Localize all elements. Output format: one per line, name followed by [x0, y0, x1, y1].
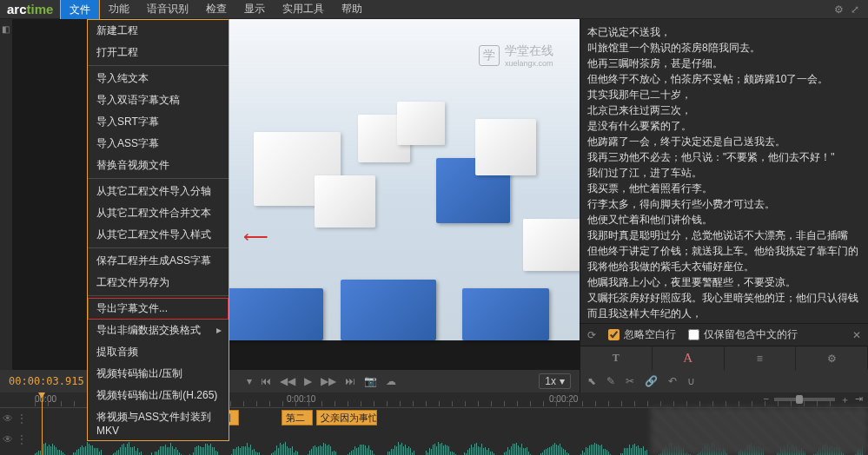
transcript-line[interactable]: 他嘱我路上小心，夜里要警醒些，不要受凉。 — [587, 274, 861, 290]
transcript-line[interactable]: 又嘱托茶房好好照应我。我心里暗笑他的迂；他们只认得钱 — [587, 290, 861, 306]
transcript-pane: 本已说定不送我，叫旅馆里一个熟识的茶房8陪我同去。他再三嘱咐茶房，甚是仔细。但他… — [580, 19, 868, 370]
zoom-slider[interactable] — [774, 398, 835, 401]
transcript-line[interactable]: 他便又忙着和他们讲价钱。 — [587, 212, 861, 228]
checkbox-keep-chinese[interactable]: 仅保留包含中文的行 — [688, 327, 798, 342]
refresh-icon[interactable]: ⟳ — [587, 329, 596, 341]
dropdown-item[interactable]: 新建工程 — [88, 20, 229, 42]
dropdown-item[interactable]: 将视频与ASS文件封装到MKV — [88, 406, 229, 440]
rewind-icon[interactable]: ◀◀ — [280, 375, 295, 387]
dropdown-item[interactable]: 替换音视频文件 — [88, 155, 229, 176]
skip-fwd-icon[interactable]: ⏭ — [345, 375, 355, 387]
transcript-line[interactable]: 我买票，他忙着照看行李。 — [587, 181, 861, 196]
zoom-end-icon[interactable]: ⇥ — [855, 393, 863, 406]
edit-toolbar: ⬉ ✎ ✂ 🔗 ↶ ∪ — [580, 370, 868, 392]
menu-tools[interactable]: 实用工具 — [274, 0, 333, 20]
dropdown-item[interactable]: 导出非编数据交换格式▸ — [88, 320, 229, 341]
transcript-line[interactable]: 我们过了江，进了车站。 — [587, 165, 861, 181]
transcript-line[interactable]: 我将他给我做的紫毛大衣铺好座位。 — [587, 259, 861, 274]
chevron-down-icon: ▾ — [560, 375, 565, 387]
play-icon[interactable]: ▶ — [304, 375, 312, 387]
transcript-line[interactable]: 是没有什么要紧的了。 — [587, 118, 861, 134]
timecode: 00:00:03.915 — [9, 375, 84, 387]
menu-voice[interactable]: 语音识别 — [138, 0, 197, 20]
transcript-line[interactable]: 本已说定不送我， — [587, 24, 861, 40]
tab-font[interactable]: A — [653, 346, 725, 370]
cut-icon[interactable]: ✂ — [626, 375, 634, 387]
top-bar: arctime 文件 功能 语音识别 检查 显示 实用工具 帮助 ⚙ ⤢ — [0, 0, 868, 19]
transcript-line[interactable]: 他踌躇了一会，终于决定还是自己送我去。 — [587, 134, 861, 149]
app-logo: arctime — [0, 2, 60, 16]
link-icon[interactable]: 🔗 — [645, 375, 658, 387]
transcript-line[interactable]: 其实我那年已二十岁， — [587, 87, 861, 102]
transcript-line[interactable]: 但他终于不放心，怕茶房不妥帖；颇踌躇10了一会。 — [587, 71, 861, 87]
dropdown-item[interactable]: 视频转码输出/压制(H.265) — [88, 385, 229, 406]
transcript[interactable]: 本已说定不送我，叫旅馆里一个熟识的茶房8陪我同去。他再三嘱咐茶房，甚是仔细。但他… — [580, 19, 868, 323]
dropdown-item[interactable]: 导入双语字幕文稿 — [88, 89, 229, 111]
playhead[interactable] — [42, 392, 43, 455]
file-dropdown: 新建工程打开工程导入纯文本导入双语字幕文稿导入SRT字幕导入ASS字幕替换音视频… — [87, 19, 229, 441]
undo-icon[interactable]: ↶ — [668, 375, 677, 387]
dropdown-item[interactable]: 导入纯文本 — [88, 68, 229, 89]
tab-text[interactable]: T — [580, 346, 653, 370]
magnet-icon[interactable]: ∪ — [687, 375, 695, 387]
filter-row: ⟳ 忽略空白行 仅保留包含中文的行 ✕ — [580, 323, 868, 346]
cloud-icon[interactable]: ☁ — [386, 375, 396, 387]
dropdown-item[interactable]: 视频转码输出/压制 — [88, 363, 229, 385]
dropdown-item[interactable]: 打开工程 — [88, 42, 229, 63]
dropdown-item[interactable]: 导入ASS字幕 — [88, 133, 229, 155]
watermark: 学 学堂在线 xuelangx.com — [479, 43, 553, 68]
settings-icon[interactable]: ⚙ — [834, 3, 844, 16]
blurred-region — [651, 407, 868, 455]
transcript-line[interactable]: 而且我这样大年纪的人， — [587, 306, 861, 321]
dropdown-item[interactable]: 工程文件另存为 — [88, 272, 229, 293]
top-right-controls: ⚙ ⤢ — [834, 3, 868, 16]
toolbar-item[interactable]: ◧ — [2, 24, 11, 34]
menu-function[interactable]: 功能 — [100, 0, 138, 20]
transcript-line[interactable]: 但他终于讲定了价钱；就送我上车。他给我拣定了靠车门的 — [587, 243, 861, 259]
transcript-line[interactable]: 叫旅馆里一个熟识的茶房8陪我同去。 — [587, 40, 861, 56]
dropdown-item[interactable]: 导出字幕文件... — [88, 298, 229, 320]
transcript-line[interactable]: 我再三劝他不必去；他只说："不要紧，他们去不好！" — [587, 149, 861, 165]
checkbox-ignore-blank[interactable]: 忽略空白行 — [608, 327, 676, 342]
camera-icon[interactable]: 📷 — [364, 375, 377, 387]
marker-icon[interactable]: ✎ — [606, 375, 615, 387]
forward-icon[interactable]: ▶▶ — [321, 375, 336, 387]
dropdown-item[interactable]: 从其它工程文件导入分轴 — [88, 181, 229, 202]
tab-settings[interactable]: ⚙ — [796, 346, 868, 370]
style-tabs: T A ≡ ⚙ — [580, 346, 868, 370]
play-controls: ▾ ⏮ ◀◀ ▶ ▶▶ ⏭ 📷 ☁ — [247, 375, 396, 387]
expand-icon[interactable]: ⤢ — [851, 3, 859, 16]
transcript-line[interactable]: 我那时真是聪明过分，总觉他说话不大漂亮，非自己插嘴 — [587, 228, 861, 243]
track-visibility-icon[interactable]: 👁 ⋮ — [0, 412, 30, 425]
annotation-arrow: ⟵ — [243, 226, 268, 247]
zoom-in-icon[interactable]: ＋ — [840, 393, 850, 406]
prev-marker-icon[interactable]: ▾ — [247, 375, 252, 387]
dropdown-item[interactable]: 从其它工程文件导入样式 — [88, 224, 229, 246]
subtitle-clip[interactable]: 父亲因为事忙 — [316, 410, 377, 425]
menu-display[interactable]: 显示 — [235, 0, 274, 20]
dropdown-item[interactable]: 保存工程并生成ASS字幕 — [88, 250, 229, 272]
pointer-icon[interactable]: ⬉ — [587, 375, 596, 387]
transcript-line[interactable]: 北京已来往过两三次， — [587, 102, 861, 118]
menu-check[interactable]: 检查 — [197, 0, 235, 20]
dropdown-item[interactable]: 提取音频 — [88, 341, 229, 363]
close-icon[interactable]: ✕ — [852, 329, 861, 341]
menubar: 文件 功能 语音识别 检查 显示 实用工具 帮助 — [60, 0, 371, 20]
menu-file[interactable]: 文件 — [60, 0, 100, 20]
ruler-mark: 0:00:20 — [549, 394, 578, 404]
transcript-line[interactable]: 他再三嘱咐茶房，甚是仔细。 — [587, 56, 861, 71]
dropdown-item[interactable]: 从其它工程文件合并文本 — [88, 202, 229, 224]
speed-selector[interactable]: 1x▾ — [539, 373, 571, 389]
subtitle-clip[interactable]: 第二 — [282, 410, 313, 425]
dropdown-item[interactable]: 导入SRT字幕 — [88, 111, 229, 133]
track-audio-icon[interactable]: 👁 ⋮ — [0, 433, 30, 445]
left-toolbar: ◧ — [0, 19, 12, 370]
transcript-line[interactable]: 行李太多，得向脚夫行些小费才可过去。 — [587, 196, 861, 212]
tab-list[interactable]: ≡ — [725, 346, 797, 370]
skip-back-icon[interactable]: ⏮ — [261, 375, 271, 387]
menu-help[interactable]: 帮助 — [333, 0, 371, 20]
ruler-mark: 0:00:10 — [287, 394, 315, 404]
